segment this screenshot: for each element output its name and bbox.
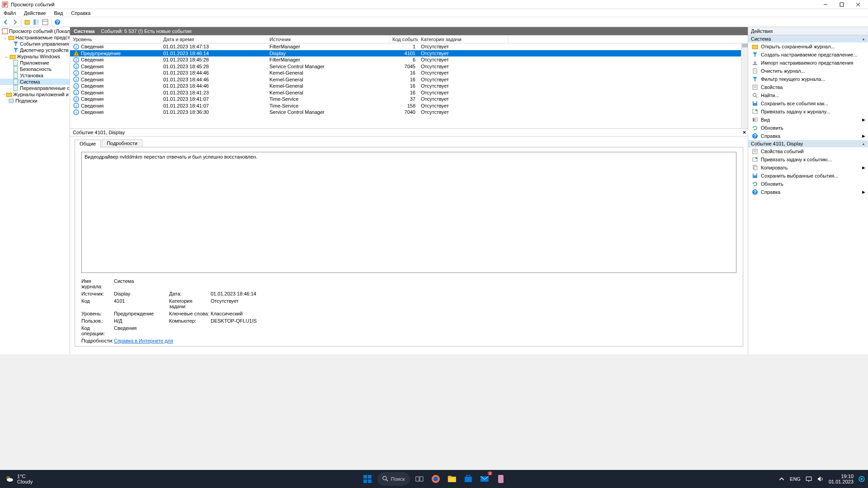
explorer-icon[interactable] (445, 472, 459, 486)
col-date[interactable]: Дата и время (160, 35, 267, 43)
col-source[interactable]: Источник (267, 35, 390, 43)
event-level: Сведения (81, 44, 104, 49)
language-indicator[interactable]: ENG (790, 476, 801, 482)
event-row[interactable]: iСведения01.01.2023 18:41:07Time-Service… (70, 103, 748, 109)
titlebar: Просмотр событий (0, 0, 868, 9)
event-category: Отсутствует (418, 96, 509, 102)
tree-subscriptions[interactable]: Подписки (15, 98, 38, 103)
expand-icon[interactable]: ⌄ (4, 35, 7, 40)
action-label: Обновить (761, 181, 783, 187)
action-item[interactable]: ?Справка▶ (748, 132, 868, 140)
col-code[interactable]: Код события (390, 35, 418, 43)
taskview-icon[interactable] (413, 472, 426, 486)
firefox-icon[interactable] (429, 472, 443, 486)
actions-section-event[interactable]: Событие 4101, Display▲ (748, 140, 868, 147)
tree-windows-logs[interactable]: Журналы Windows (17, 54, 60, 59)
action-item[interactable]: Вид▶ (748, 116, 868, 124)
tree-item[interactable]: События управления (20, 41, 69, 47)
weather-widget[interactable]: 1°CCloudy (0, 474, 37, 484)
search-box[interactable]: Поиск (377, 472, 410, 486)
toolbar-icon-1[interactable] (23, 18, 31, 26)
collapse-icon[interactable]: ▲ (862, 37, 865, 41)
event-grid[interactable]: iСведения01.01.2023 18:47:13FilterManage… (70, 43, 748, 128)
event-row[interactable]: iСведения01.01.2023 18:45:28FilterManage… (70, 56, 748, 63)
menu-action[interactable]: Действие (23, 10, 47, 16)
tree-item[interactable]: Установка (20, 73, 43, 78)
clock[interactable]: 19:1001.01.2023 (829, 474, 854, 484)
minimize-button[interactable] (817, 0, 834, 9)
tab-details[interactable]: Подробности (102, 139, 142, 147)
action-item[interactable]: Очистить журнал... (748, 67, 868, 75)
app-icon[interactable] (494, 472, 508, 486)
event-row[interactable]: iСведения01.01.2023 18:36:30Service Cont… (70, 109, 748, 116)
action-item[interactable]: Импорт настраиваемого представления (748, 59, 868, 67)
action-item[interactable]: Сохранить выбранные события... (748, 172, 868, 180)
menu-file[interactable]: Файл (3, 10, 17, 16)
tree-item-system[interactable]: Система (20, 79, 40, 84)
action-item[interactable]: Свойства (748, 83, 868, 91)
taskbar[interactable]: 1°CCloudy Поиск 2 ENG 19:1001.01.2023 (0, 470, 868, 488)
action-item[interactable]: Открыть сохраненный журнал... (748, 42, 868, 51)
action-item[interactable]: ?Справка▶ (748, 188, 868, 196)
action-item[interactable]: Копировать▶ (748, 164, 868, 172)
event-row[interactable]: iСведения01.01.2023 18:41:23Kernel-Gener… (70, 89, 748, 96)
store-icon[interactable] (462, 472, 475, 486)
event-date: 01.01.2023 18:45:28 (160, 57, 267, 62)
actions-section-system[interactable]: Система▲ (748, 35, 868, 42)
back-button[interactable] (2, 18, 10, 26)
start-button[interactable] (360, 472, 375, 486)
action-item[interactable]: Сохранить все события как... (748, 99, 868, 108)
menu-view[interactable]: Вид (53, 10, 64, 16)
tray-chevron-icon[interactable] (778, 475, 785, 483)
toolbar-icon-3[interactable] (41, 18, 49, 26)
action-item[interactable]: Обновить (748, 124, 868, 132)
action-item[interactable]: Фильтр текущего журнала... (748, 75, 868, 83)
event-row[interactable]: iСведения01.01.2023 18:47:13FilterManage… (70, 43, 748, 50)
action-item[interactable]: Найти... (748, 91, 868, 99)
tree-app-logs[interactable]: Журналы приложений и сл (13, 92, 70, 97)
action-item[interactable]: Свойства событий (748, 147, 868, 155)
event-row[interactable]: iСведения01.01.2023 18:41:07Time-Service… (70, 96, 748, 103)
toolbar-icon-2[interactable] (32, 18, 40, 26)
event-row[interactable]: iСведения01.01.2023 18:44:46Kernel-Gener… (70, 70, 748, 76)
folder-icon (6, 91, 12, 98)
collapse-icon[interactable]: ▲ (862, 142, 865, 146)
mail-icon[interactable]: 2 (478, 472, 491, 486)
action-item[interactable]: Привязать задачу к журналу... (748, 108, 868, 116)
detail-close-button[interactable]: × (743, 129, 746, 136)
svg-text:?: ? (754, 189, 757, 195)
notifications-icon[interactable] (858, 475, 865, 483)
toolbar-help-icon[interactable]: ? (53, 18, 61, 26)
tree-item[interactable]: Перенаправленные соб (20, 85, 70, 91)
tree-root[interactable]: Просмотр событий (Локальный (9, 28, 70, 34)
event-row[interactable]: !Предупреждение01.01.2023 18:46:14Displa… (70, 50, 748, 57)
tree-custom-views[interactable]: Настраиваемые представл (15, 35, 70, 40)
info-icon: i (73, 63, 79, 70)
expand-icon[interactable]: ⌄ (4, 54, 9, 59)
tree-item[interactable]: Приложение (20, 60, 49, 66)
expand-icon[interactable]: › (4, 92, 5, 97)
tab-general[interactable]: Общие (75, 140, 101, 147)
col-category[interactable]: Категория задачи (418, 35, 509, 43)
col-level[interactable]: Уровень (70, 35, 160, 43)
svg-rect-8 (25, 20, 29, 24)
tree-item[interactable]: Безопасность (20, 66, 52, 72)
close-button[interactable] (850, 0, 866, 9)
maximize-button[interactable] (834, 0, 850, 9)
action-item[interactable]: Создать настраиваемое представление... (748, 51, 868, 59)
action-item[interactable]: Привязать задачу к событию... (748, 155, 868, 164)
event-row[interactable]: iСведения01.01.2023 18:44:46Kernel-Gener… (70, 83, 748, 89)
action-item[interactable]: Обновить (748, 180, 868, 188)
menu-help[interactable]: Справка (70, 10, 91, 16)
nav-tree[interactable]: Просмотр событий (Локальный ⌄Настраиваем… (0, 27, 70, 354)
event-date: 01.01.2023 18:44:46 (160, 77, 267, 82)
log-header: Система Событий: 5 537 (!) Есть новые со… (70, 27, 748, 35)
network-icon[interactable] (805, 475, 812, 483)
tree-item[interactable]: Диспетчер устройств - l (20, 47, 70, 53)
event-row[interactable]: iСведения01.01.2023 18:45:28Service Cont… (70, 63, 748, 70)
event-row[interactable]: iСведения01.01.2023 18:44:46Kernel-Gener… (70, 76, 748, 83)
grid-scrollbar[interactable] (741, 43, 748, 128)
volume-icon[interactable] (817, 475, 824, 483)
online-help-link[interactable]: Справка в Интернете для (114, 338, 173, 343)
forward-button[interactable] (11, 18, 19, 26)
